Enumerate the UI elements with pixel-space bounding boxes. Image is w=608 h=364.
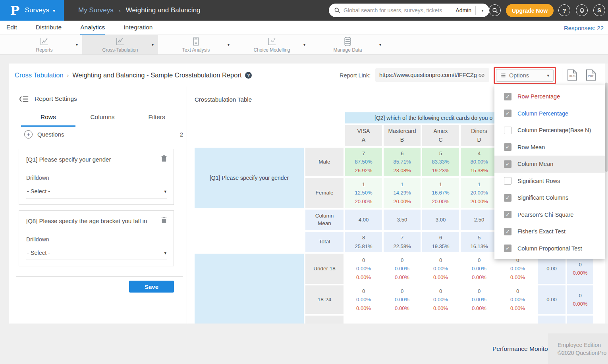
checked-checkbox[interactable]: ✓ [504,228,511,235]
toolbar-item-label: Text Analysis [182,47,210,53]
tab-filters[interactable]: Filters [129,110,184,127]
menu-item-significant-rows[interactable]: Significant Rows [494,173,605,190]
collapse-panel-icon[interactable] [19,96,29,102]
global-search-input[interactable] [344,7,456,13]
chevron-down-icon[interactable]: ▾ [379,42,381,47]
product-menu[interactable]: P Surveys ▾ [0,0,64,21]
drilldown-select-value: - Select - [27,250,164,256]
responses-count: Responses: 22 [564,21,604,35]
unchecked-checkbox[interactable] [504,177,511,185]
nav-item-distribute[interactable]: Distribute [36,21,62,35]
data-cell: 3.50 [384,210,421,230]
data-cell: 00.00%0.00% [345,285,382,314]
menu-item-row-percentage[interactable]: ✓Row Percentage [494,88,605,105]
add-question-button[interactable]: + [24,130,33,139]
notifications-button[interactable] [576,4,588,16]
nav-item-edit[interactable]: Edit [6,21,17,35]
breadcrumb-separator: › [67,72,69,79]
toolbar-item-label: Reports [36,47,52,53]
data-cell: 583.33%19.23% [422,148,459,176]
toolbar-item-manage-data[interactable]: Manage Data▾ [310,35,386,54]
menu-item-column-proportional-test[interactable]: ✓Column Proportional Test [494,240,605,257]
menu-item-column-percentage-base-n[interactable]: Column Percentage(Base N) [494,122,605,139]
chevron-down-icon[interactable]: ▾ [152,42,154,47]
checked-checkbox[interactable]: ✓ [504,143,511,151]
search-scope-selector[interactable]: Admin [456,7,471,13]
data-cell: 787.50%26.92% [345,148,382,176]
data-cell: 00.00%0.00% [384,254,421,284]
trash-icon[interactable] [161,155,167,162]
menu-item-column-mean[interactable]: ✓Column Mean [494,156,605,173]
tab-columns[interactable]: Columns [75,110,130,127]
menu-item-significant-columns[interactable]: ✓Significant Columns [494,189,605,206]
bell-icon [579,8,585,13]
search-icon [492,8,498,13]
checked-checkbox[interactable]: ✓ [504,110,511,117]
search-icon [334,7,340,13]
trash-icon[interactable] [161,216,167,224]
scrollbar-thumb[interactable] [605,83,608,172]
breadcrumb-my-surveys[interactable]: My Surveys [78,6,114,14]
checked-checkbox[interactable]: ✓ [504,194,511,202]
data-cell: 00.00%0.00% [422,285,459,314]
toolbar-item-reports[interactable]: Reports▾ [6,35,82,54]
options-button[interactable]: Options ▾ [496,69,554,82]
toolbar-item-text-analysis[interactable]: Text Analysis▾ [158,35,234,54]
question-card-title: [Q1] Please specify your gender [26,156,156,163]
global-search[interactable]: Admin ▾ [329,4,489,17]
help-button[interactable]: ? [558,4,570,16]
export-buttons: XLSPDF [567,69,596,81]
link-icon[interactable] [478,71,485,79]
menu-item-fisher-s-exact-test[interactable]: ✓Fisher's Exact Test [494,223,605,240]
model-chart-icon [267,37,277,46]
menu-item-label: Pearson's Chi-Square [517,212,573,218]
checked-checkbox[interactable]: ✓ [504,245,511,252]
chevron-down-icon: ▾ [547,73,549,78]
chevron-down-icon[interactable]: ▾ [228,42,230,47]
options-menu: ✓Row Percentage✓Column PercentageColumn … [494,85,605,259]
performance-monitor-link[interactable]: Performance Monitor [492,345,550,352]
nav-item-integration[interactable]: Integration [124,21,152,35]
chevron-down-icon[interactable]: ▾ [303,42,305,47]
menu-item-column-percentage[interactable]: ✓Column Percentage [494,105,605,122]
data-cell: 825.81% [345,232,382,252]
report-link-field[interactable]: https://www.questionpro.com/t/lFFCZg [375,68,489,82]
toolbar-item-choice-modelling[interactable]: Choice Modelling▾ [234,35,310,54]
toolbar-item-cross-tabulation[interactable]: Cross-Tabulation▾ [82,35,158,54]
export-xls-button[interactable]: XLS [567,69,577,81]
drilldown-select[interactable]: - Select -▾ [26,187,167,198]
menu-item-pearson-s-chi-square[interactable]: ✓Pearson's Chi-Square [494,206,605,223]
menu-item-label: Row Mean [517,144,545,150]
data-cell: 00.00%0.00% [499,285,536,314]
data-cell: 120.00%20.00% [461,178,498,208]
report-url[interactable]: https://www.questionpro.com/t/lFFCZg [379,72,478,78]
unchecked-checkbox[interactable] [504,127,511,134]
chevron-down-icon[interactable]: ▾ [76,42,78,47]
export-pdf-button[interactable]: PDF [586,69,596,81]
questionpro-logo: P [10,4,19,17]
search-scope-caret[interactable]: ▾ [476,8,489,13]
user-avatar[interactable]: S [593,4,605,16]
menu-item-row-mean[interactable]: ✓Row Mean [494,139,605,156]
save-button[interactable]: Save [129,281,174,293]
app-screen: P Surveys ▾ My Surveys › Weighting and B… [0,0,608,364]
database-icon [343,37,353,46]
checked-checkbox[interactable]: ✓ [504,93,511,100]
cross-tabulation-link[interactable]: Cross Tabulation [15,71,64,79]
vertical-scrollbar[interactable] [605,64,608,324]
help-icon[interactable]: ? [245,72,252,79]
search-submit-button[interactable] [489,4,501,16]
row-header-female: Female [305,178,344,208]
nav-item-analytics[interactable]: Analytics [80,21,105,35]
data-cell: 4.00 [345,210,382,230]
data-cell: 3.00 [422,210,459,230]
drilldown-select[interactable]: - Select -▾ [26,248,167,260]
menu-item-label: Significant Rows [517,178,560,184]
checked-checkbox[interactable]: ✓ [504,160,511,168]
column-header-amex: AmexC [422,125,459,146]
upgrade-now-button[interactable]: Upgrade Now [506,4,554,17]
checked-checkbox[interactable]: ✓ [504,211,511,218]
tab-rows[interactable]: Rows [21,110,75,127]
data-cell: 685.71%23.08% [384,148,421,176]
questions-count: 2 [180,131,183,138]
